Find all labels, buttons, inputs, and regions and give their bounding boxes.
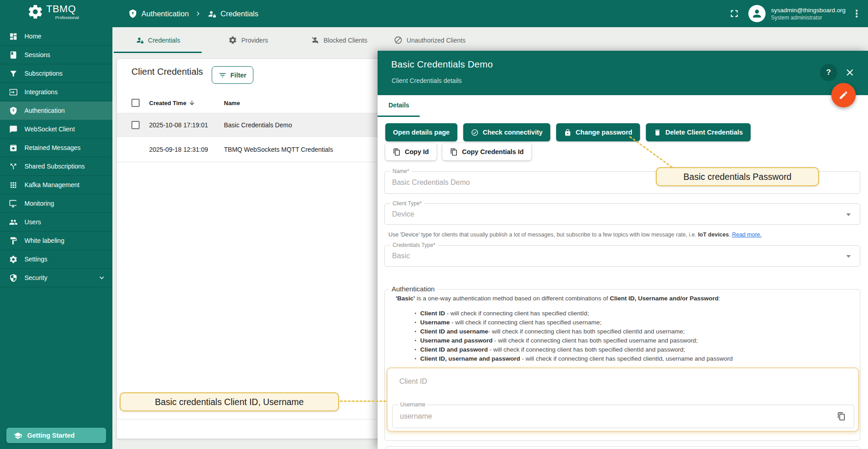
- tab-providers[interactable]: Providers: [203, 27, 294, 53]
- panel-tabs: Details: [378, 95, 868, 117]
- kebab-menu-icon[interactable]: [851, 8, 863, 19]
- getting-started-button[interactable]: Getting Started: [6, 428, 106, 443]
- call-split-icon: [9, 162, 18, 171]
- person-lock-icon: [136, 36, 144, 44]
- sidebar-item-websocket-client[interactable]: WebSocket Client: [0, 120, 112, 139]
- list-item: Client ID - will check if connecting cli…: [415, 309, 733, 318]
- tab-credentials[interactable]: Credentials: [112, 27, 203, 53]
- user-info: sysadmin@thingsboard.org System administ…: [771, 6, 849, 21]
- paint-icon: [9, 237, 18, 245]
- sidebar-item-home[interactable]: Home: [0, 27, 112, 46]
- pencil-icon: [839, 90, 849, 100]
- authentication-bullet-list: Client ID - will check if connecting cli…: [415, 309, 733, 363]
- close-icon[interactable]: [844, 67, 855, 78]
- client-type-label: Client Type*: [390, 200, 424, 207]
- person-icon: [751, 8, 763, 19]
- block-icon: [394, 36, 402, 44]
- column-name[interactable]: Name: [224, 100, 240, 106]
- row-checkbox[interactable]: [131, 121, 140, 129]
- tab-details[interactable]: Details: [388, 101, 409, 109]
- breadcrumb-authentication[interactable]: Authentication: [128, 9, 189, 18]
- change-password-button[interactable]: Change password: [556, 123, 640, 141]
- copy-icon[interactable]: [837, 412, 846, 421]
- column-created-time[interactable]: Created Time: [149, 100, 195, 106]
- avatar[interactable]: [748, 5, 766, 22]
- sidebar-item-security[interactable]: Security: [0, 269, 112, 287]
- list-item: Client ID and password - will check if c…: [415, 345, 733, 354]
- sidebar-item-settings[interactable]: Settings: [0, 250, 112, 269]
- panel-subtitle: Client Credentials details: [392, 77, 462, 84]
- sidebar-item-shared-subscriptions[interactable]: Shared Subscriptions: [0, 157, 112, 176]
- dropdown-caret-icon[interactable]: [846, 255, 851, 258]
- copy-credentials-id-button[interactable]: Copy Credentials Id: [442, 143, 531, 160]
- client-type-hint: Use 'Device' type for clients that usual…: [388, 232, 761, 238]
- sessions-book-icon: [9, 51, 18, 59]
- check-connectivity-button[interactable]: Check connectivity: [463, 123, 550, 141]
- gear-icon: [9, 255, 18, 264]
- panel-action-buttons: Open details page Check connectivity Cha…: [385, 123, 751, 141]
- copy-icon: [450, 148, 458, 156]
- help-icon: ?: [826, 68, 831, 77]
- check-circle-icon: [471, 129, 479, 136]
- name-field-value: Basic Credentials Demo: [392, 179, 470, 187]
- chevron-down-icon: [97, 273, 106, 282]
- page-title: Client Credentials: [131, 67, 203, 77]
- basic-credentials-highlight-box: Client ID Username username: [387, 367, 859, 432]
- panel-title: Basic Credentials Demo: [391, 59, 493, 70]
- list-item: Client ID and username- will check if co…: [415, 327, 733, 336]
- sidebar-item-integrations[interactable]: Integrations: [0, 83, 112, 101]
- sidebar-item-sessions[interactable]: Sessions: [0, 46, 112, 64]
- trash-icon: [654, 129, 661, 136]
- tab-blocked-clients[interactable]: Blocked Clients: [294, 27, 384, 53]
- fullscreen-icon[interactable]: [728, 8, 740, 19]
- open-details-page-button[interactable]: Open details page: [385, 123, 457, 141]
- password-callout: Basic credentials Password: [656, 167, 819, 186]
- tab-details-underline: [378, 116, 420, 117]
- user-email: sysadmin@thingsboard.org: [771, 6, 849, 14]
- client-id-input[interactable]: Client ID: [399, 377, 427, 386]
- breadcrumb-credentials[interactable]: Credentials: [207, 9, 258, 19]
- sidebar-item-users[interactable]: Users: [0, 213, 112, 232]
- funnel-icon: [9, 69, 18, 78]
- delete-client-credentials-button[interactable]: Delete Client Credentials: [646, 123, 751, 141]
- brand-logo[interactable]: TBMQ Professional: [27, 4, 79, 20]
- sidebar: Home Sessions Subscriptions Integrations…: [0, 27, 112, 449]
- username-field[interactable]: Username username: [392, 405, 854, 428]
- next-field-cutoff: [384, 446, 860, 449]
- archive-icon: [9, 144, 18, 152]
- brand-edition: Professional: [46, 15, 79, 20]
- tab-unauthorized-clients[interactable]: Unauthorized Clients: [384, 27, 475, 53]
- sidebar-item-retained-messages[interactable]: Retained Messages: [0, 139, 112, 157]
- details-panel: Basic Credentials Demo Client Credential…: [378, 51, 868, 449]
- select-all-checkbox[interactable]: [131, 99, 140, 107]
- sidebar-item-kafka-management[interactable]: Kafka Management: [0, 176, 112, 194]
- shield-lock-icon: [128, 9, 137, 18]
- top-bar: TBMQ Professional Authentication Credent…: [0, 0, 868, 27]
- help-button[interactable]: ?: [820, 64, 837, 81]
- dropdown-caret-icon[interactable]: [846, 213, 851, 216]
- credentials-type-select[interactable]: Credentials Type* Basic: [384, 245, 860, 267]
- authentication-fieldset: Authentication 'Basic' is a one-way auth…: [384, 289, 860, 441]
- authentication-legend: Authentication: [389, 285, 437, 293]
- panel-header: Basic Credentials Demo Client Credential…: [378, 51, 868, 95]
- sort-desc-arrow-icon[interactable]: [189, 100, 195, 106]
- client-type-select[interactable]: Client Type* Device: [384, 203, 860, 225]
- edit-fab-button[interactable]: [831, 83, 856, 107]
- breadcrumb: Authentication Credentials: [128, 0, 258, 27]
- read-more-link[interactable]: Read more.: [732, 232, 761, 238]
- list-item: Username and password - will check if co…: [415, 336, 733, 345]
- tbmq-gear-logo-icon: [27, 4, 44, 20]
- user-role: System administrator: [771, 14, 849, 21]
- filter-button[interactable]: Filter: [212, 66, 253, 84]
- filter-list-icon: [218, 71, 227, 79]
- copy-id-button[interactable]: Copy Id: [385, 143, 436, 160]
- sidebar-item-monitoring[interactable]: Monitoring: [0, 194, 112, 213]
- username-field-label: Username: [398, 401, 427, 408]
- client-type-value: Device: [392, 210, 414, 218]
- monitor-icon: [9, 199, 18, 208]
- sidebar-item-subscriptions[interactable]: Subscriptions: [0, 64, 112, 83]
- integrations-input-icon: [9, 88, 18, 97]
- sidebar-item-white-labeling[interactable]: White labeling: [0, 232, 112, 250]
- client-id-username-callout: Basic credentials Client ID, Username: [120, 392, 339, 411]
- sidebar-item-authentication[interactable]: Authentication: [0, 101, 112, 120]
